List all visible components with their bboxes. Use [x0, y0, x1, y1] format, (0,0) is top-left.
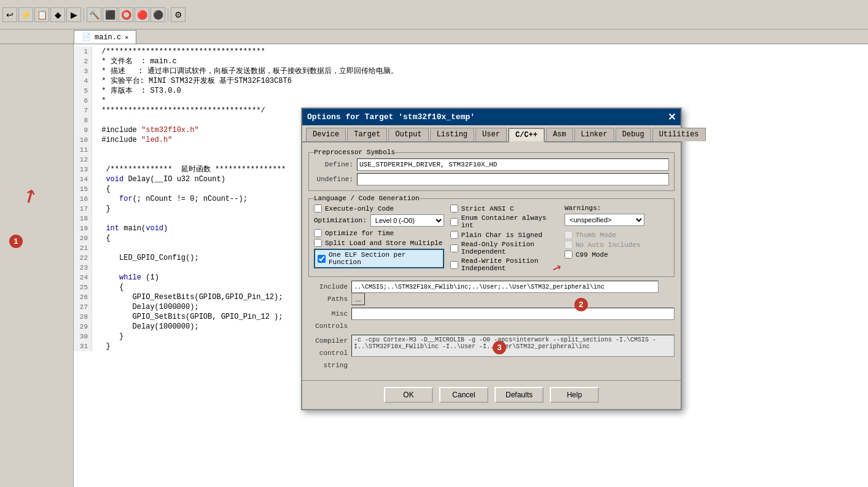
include-paths-row: IncludePaths ...: [308, 281, 674, 305]
plain-char-row: Plain Char is Signed: [450, 231, 558, 239]
execute-only-checkbox[interactable]: [314, 205, 322, 212]
execute-only-row: Execute-only Code: [314, 205, 444, 212]
strict-ansi-checkbox[interactable]: [450, 205, 458, 212]
toolbar-btn-settings[interactable]: ⚙: [171, 7, 186, 22]
toolbar-btn-1[interactable]: ↩: [2, 7, 17, 22]
dtab-user[interactable]: User: [475, 128, 507, 141]
c99-checkbox[interactable]: [565, 251, 573, 259]
misc-controls-row: MiscControls: [308, 308, 674, 332]
language-section: Language / Code Generation Execute-only …: [308, 195, 674, 277]
toolbar-btn-8[interactable]: ⭕: [119, 7, 133, 22]
dialog-title-text: Options for Target 'stm32f10x_temp': [307, 112, 475, 122]
warnings-select[interactable]: <unspecified>: [565, 214, 644, 226]
read-only-label: Read-Only Position Independent: [461, 241, 558, 255]
read-only-row: Read-Only Position Independent: [450, 241, 558, 255]
misc-controls-input[interactable]: [351, 308, 674, 320]
undefine-row: Undefine:: [314, 173, 669, 185]
one-elf-row: One ELF Section per Function: [314, 249, 444, 268]
dialog-close-button[interactable]: ✕: [668, 111, 676, 123]
cancel-button[interactable]: Cancel: [439, 387, 488, 403]
ok-button[interactable]: OK: [384, 387, 433, 403]
define-label: Define:: [314, 161, 357, 168]
read-write-checkbox[interactable]: [450, 261, 458, 269]
red-arrow-1: ↗: [15, 177, 42, 211]
col-right: Strict ANSI C Enum Container always int …: [450, 205, 558, 274]
defaults-button[interactable]: Defaults: [495, 387, 544, 403]
optimize-time-label: Optimize for Time: [325, 230, 394, 237]
warnings-select-row: <unspecified>: [565, 214, 669, 226]
read-only-checkbox[interactable]: [450, 244, 458, 252]
optimization-select[interactable]: Level 0 (-O0): [370, 214, 444, 227]
dtab-debug[interactable]: Debug: [616, 128, 651, 141]
dtab-listing[interactable]: Listing: [430, 128, 474, 141]
dtab-output[interactable]: Output: [388, 128, 428, 141]
enum-container-label: Enum Container always int: [461, 214, 558, 229]
dtab-linker[interactable]: Linker: [574, 128, 614, 141]
extra-checkboxes: Thumb Mode No Auto Includes C99 Mode: [565, 231, 669, 259]
ide-background: ↩ ⚡ 📋 ◆ ▶ 🔨 ⬛ ⭕ 🔴 ⚫ ⚙ 📄 main.c ✕ 1 ↗: [0, 0, 868, 487]
strict-ansi-row: Strict ANSI C: [450, 205, 558, 212]
misc-controls-label: MiscControls: [308, 308, 351, 332]
toolbar-btn-3[interactable]: 📋: [34, 7, 49, 22]
split-load-label: Split Load and Store Multiple: [325, 240, 442, 247]
options-dialog: Options for Target 'stm32f10x_temp' ✕ De…: [301, 107, 682, 410]
optimization-row: Optimization: Level 0 (-O0): [314, 214, 444, 227]
include-browse-button[interactable]: ...: [351, 293, 365, 305]
compiler-string-row: Compilercontrolstring -c -cpu Cortex-M3 …: [308, 335, 674, 372]
execute-only-label: Execute-only Code: [325, 205, 394, 212]
tab-bar: 📄 main.c ✕: [0, 29, 868, 44]
toolbar-btn-5[interactable]: ▶: [66, 7, 81, 22]
enum-container-checkbox[interactable]: [450, 218, 458, 226]
read-write-label: Read-Write Position Independent: [461, 257, 558, 272]
language-legend: Language / Code Generation: [314, 195, 420, 202]
dtab-target[interactable]: Target: [347, 128, 387, 141]
dialog-tabs: Device Target Output Listing User C/C++ …: [302, 125, 681, 142]
code-line-1: 1 /************************************: [74, 47, 868, 56]
help-button[interactable]: Help: [550, 387, 599, 403]
left-sidebar: 1 ↗: [0, 44, 74, 487]
toolbar-btn-2[interactable]: ⚡: [18, 7, 33, 22]
tab-main-c[interactable]: 📄 main.c ✕: [74, 30, 136, 44]
preprocessor-section: Preprocessor Symbols Define: Undefine:: [308, 149, 674, 191]
c99-row: C99 Mode: [565, 251, 669, 259]
warnings-col: Warnings: <unspecified> Thumb Mode: [565, 205, 669, 274]
one-elf-checkbox[interactable]: [318, 255, 326, 263]
separator-2: [168, 8, 168, 21]
col-left: Execute-only Code Optimization: Level 0 …: [314, 205, 444, 274]
thumb-mode-row: Thumb Mode: [565, 231, 669, 239]
tab-close[interactable]: ✕: [125, 34, 128, 41]
define-input[interactable]: [357, 158, 669, 171]
dialog-title-bar: Options for Target 'stm32f10x_temp' ✕: [302, 109, 681, 125]
toolbar-btn-7[interactable]: ⬛: [103, 7, 117, 22]
undefine-input[interactable]: [357, 173, 669, 185]
dialog-footer: OK Cancel Defaults Help: [302, 380, 681, 409]
split-load-row: Split Load and Store Multiple: [314, 239, 444, 247]
code-line-3: 3 * 描述 : 通过串口调试软件，向板子发送数据，板子接收到数据后，立即回传给…: [74, 66, 868, 76]
toolbar: ↩ ⚡ 📋 ◆ ▶ 🔨 ⬛ ⭕ 🔴 ⚫ ⚙: [0, 0, 868, 29]
dtab-asm[interactable]: Asm: [546, 128, 573, 141]
thumb-mode-label: Thumb Mode: [576, 232, 616, 239]
code-line-4: 4 * 实验平台: MINI STM32开发板 基于STM32F103C8T6: [74, 76, 868, 86]
define-row: Define:: [314, 158, 669, 171]
optimize-time-checkbox[interactable]: [314, 229, 322, 237]
thumb-mode-checkbox[interactable]: [565, 231, 573, 239]
no-auto-checkbox[interactable]: [565, 241, 573, 249]
dtab-utilities[interactable]: Utilities: [652, 128, 706, 141]
include-section: IncludePaths ... MiscControls Compilerco…: [308, 281, 674, 372]
compiler-string-input: -c -cpu Cortex-M3 -D__MICROLIB -g -O0 -a…: [351, 335, 674, 357]
dtab-device[interactable]: Device: [306, 128, 346, 141]
toolbar-btn-9[interactable]: 🔴: [135, 7, 149, 22]
toolbar-btn-4[interactable]: ◆: [50, 7, 65, 22]
plain-char-label: Plain Char is Signed: [461, 232, 542, 239]
no-auto-row: No Auto Includes: [565, 241, 669, 249]
toolbar-btn-10[interactable]: ⚫: [151, 7, 165, 22]
include-paths-input[interactable]: [351, 281, 659, 293]
plain-char-checkbox[interactable]: [450, 231, 458, 239]
strict-ansi-label: Strict ANSI C: [461, 205, 514, 212]
optimization-label: Optimization:: [314, 217, 367, 224]
split-load-checkbox[interactable]: [314, 239, 322, 247]
toolbar-btn-6[interactable]: 🔨: [87, 7, 101, 22]
code-line-5: 5 * 库版本 : ST3.0.0: [74, 86, 868, 96]
dtab-cpp[interactable]: C/C++: [508, 128, 545, 142]
separator-1: [84, 8, 84, 21]
